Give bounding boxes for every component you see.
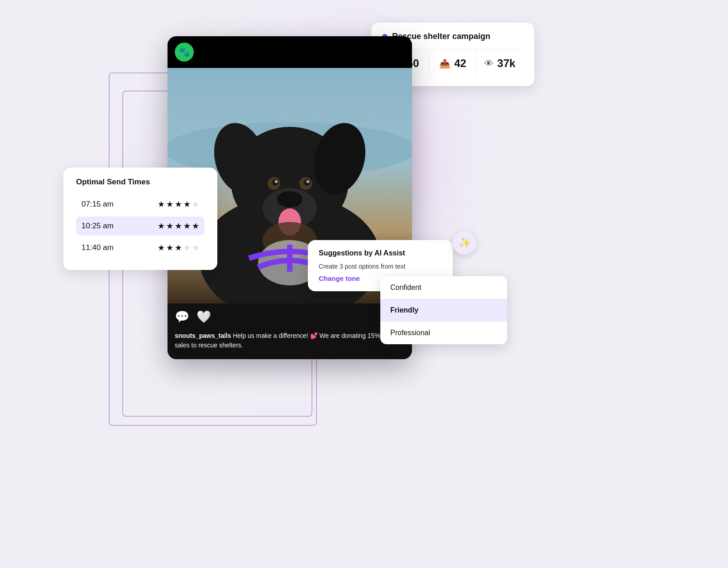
tone-option-friendly[interactable]: Friendly [380, 299, 507, 322]
ai-option-text[interactable]: Create 3 post options from text [319, 263, 442, 270]
card-actions: 💬 🤍 [168, 303, 412, 327]
tone-option-confident[interactable]: Confident [380, 276, 507, 299]
star: ★ [166, 243, 173, 253]
stat-published-value: 42 [454, 57, 466, 70]
ai-card-title: Suggestions by AI Assist [319, 249, 442, 257]
heart-icon[interactable]: 🤍 [196, 310, 211, 324]
time-1: 07:15 am [81, 200, 122, 209]
star: ★ [192, 221, 199, 231]
star: ★ [158, 221, 165, 231]
star: ★ [175, 199, 182, 209]
time-2: 10:25 am [81, 221, 122, 231]
send-times-card: Optimal Send Times 07:15 am ★ ★ ★ ★ ★ 10… [63, 168, 217, 270]
star: ★ [166, 199, 173, 209]
svg-point-13 [275, 180, 278, 183]
stars-1: ★ ★ ★ ★ ★ [158, 199, 199, 209]
star: ★ [183, 221, 191, 231]
stat-published: 📤 42 [429, 50, 476, 77]
star: ★ [158, 243, 165, 253]
star: ★ [158, 199, 165, 209]
stat-views-value: 37k [497, 57, 515, 70]
tone-dropdown: Confident Friendly Professional [380, 276, 507, 344]
time-row-3[interactable]: 11:40 am ★ ★ ★ ★ ★ [76, 238, 205, 257]
avatar: 🐾 [175, 43, 194, 62]
star: ★ [183, 243, 191, 253]
star: ★ [192, 199, 199, 209]
star: ★ [183, 199, 191, 209]
stars-3: ★ ★ ★ ★ ★ [158, 243, 199, 253]
time-row-2[interactable]: 10:25 am ★ ★ ★ ★ ★ [76, 217, 205, 236]
card-caption: snouts_paws_tails Help us make a differe… [168, 327, 412, 359]
tone-option-professional[interactable]: Professional [380, 322, 507, 344]
eye-icon: 👁 [484, 58, 493, 69]
sparkles-icon: ✨ [459, 237, 471, 249]
comment-icon[interactable]: 💬 [175, 310, 189, 324]
ai-assist-button[interactable]: ✨ [453, 231, 476, 255]
time-row-1[interactable]: 07:15 am ★ ★ ★ ★ ★ [76, 195, 205, 214]
svg-point-18 [240, 279, 276, 301]
upload-icon: 📤 [439, 58, 450, 69]
svg-point-14 [307, 180, 309, 183]
caption-username: snouts_paws_tails [175, 332, 231, 339]
send-times-title: Optimal Send Times [76, 178, 205, 187]
avatar-icon: 🐾 [179, 47, 190, 58]
star: ★ [166, 221, 173, 231]
stat-views: 👁 37k [477, 50, 523, 77]
stars-2: ★ ★ ★ ★ ★ [158, 221, 199, 231]
card-header: 🐾 [168, 36, 412, 68]
svg-point-7 [277, 191, 302, 207]
star: ★ [192, 243, 199, 253]
star: ★ [175, 243, 182, 253]
star: ★ [175, 221, 182, 231]
time-3: 11:40 am [81, 243, 122, 252]
